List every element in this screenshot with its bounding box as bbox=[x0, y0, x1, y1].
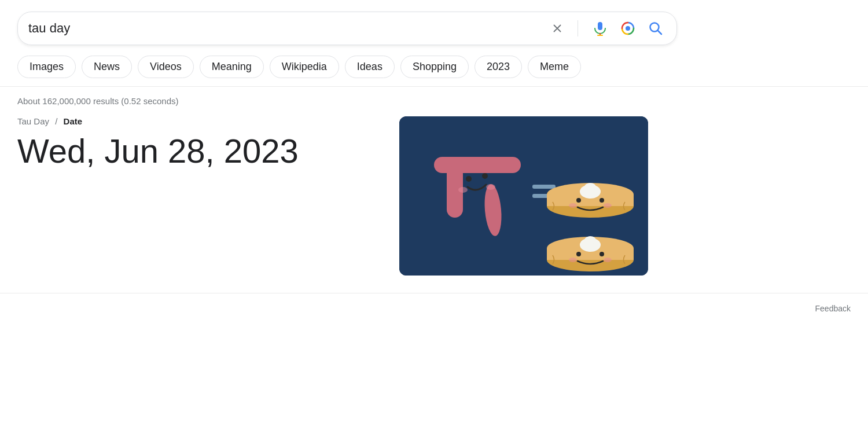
svg-point-32 bbox=[599, 252, 604, 256]
chip-videos[interactable]: Videos bbox=[138, 56, 194, 78]
breadcrumb: Tau Day / Date bbox=[17, 116, 376, 126]
svg-rect-15 bbox=[532, 185, 556, 189]
search-button[interactable] bbox=[645, 18, 666, 39]
svg-point-31 bbox=[576, 252, 581, 256]
voice-search-button[interactable] bbox=[590, 18, 610, 39]
svg-rect-8 bbox=[434, 157, 521, 173]
svg-point-30 bbox=[584, 236, 596, 244]
clear-button[interactable] bbox=[549, 20, 566, 37]
chip-news[interactable]: News bbox=[82, 56, 132, 78]
close-icon bbox=[551, 22, 564, 35]
chip-meaning[interactable]: Meaning bbox=[200, 56, 264, 78]
svg-point-11 bbox=[466, 176, 472, 182]
lens-search-button[interactable] bbox=[617, 18, 638, 39]
svg-point-14 bbox=[486, 184, 495, 190]
svg-point-25 bbox=[604, 203, 612, 208]
date-result-text: Tau Day / Date Wed, Jun 28, 2023 bbox=[17, 116, 376, 171]
breadcrumb-current: Date bbox=[64, 116, 83, 126]
chip-shopping[interactable]: Shopping bbox=[400, 56, 469, 78]
feedback-link[interactable]: Feedback bbox=[815, 304, 851, 313]
svg-point-12 bbox=[482, 173, 488, 179]
search-icon bbox=[648, 20, 664, 36]
feedback-row: Feedback bbox=[0, 293, 868, 313]
results-area: About 162,000,000 results (0.52 seconds)… bbox=[0, 87, 868, 276]
svg-point-23 bbox=[599, 198, 604, 203]
svg-point-33 bbox=[569, 258, 577, 262]
svg-point-22 bbox=[576, 198, 581, 203]
search-input[interactable]: tau day bbox=[28, 21, 542, 36]
svg-point-24 bbox=[569, 203, 577, 208]
breadcrumb-separator: / bbox=[55, 116, 57, 126]
date-value: Wed, Jun 28, 2023 bbox=[17, 132, 376, 171]
svg-line-6 bbox=[658, 31, 662, 35]
tau-day-illustration bbox=[399, 116, 648, 276]
search-divider bbox=[578, 20, 578, 36]
svg-rect-0 bbox=[598, 22, 602, 30]
chip-2023[interactable]: 2023 bbox=[475, 56, 522, 78]
search-bar: tau day bbox=[17, 12, 677, 45]
svg-point-4 bbox=[626, 26, 630, 31]
google-lens-icon bbox=[620, 20, 636, 36]
svg-point-13 bbox=[458, 187, 468, 193]
search-bar-container: tau day bbox=[0, 0, 868, 51]
chip-wikipedia[interactable]: Wikipedia bbox=[270, 56, 339, 78]
tau-day-image bbox=[399, 116, 648, 276]
svg-point-21 bbox=[584, 183, 596, 191]
chip-images[interactable]: Images bbox=[17, 56, 76, 78]
breadcrumb-parent[interactable]: Tau Day bbox=[17, 116, 49, 126]
chip-ideas[interactable]: Ideas bbox=[345, 56, 395, 78]
microphone-icon bbox=[592, 20, 608, 36]
svg-point-34 bbox=[604, 258, 612, 262]
results-count: About 162,000,000 results (0.52 seconds) bbox=[17, 96, 851, 106]
chip-meme[interactable]: Meme bbox=[528, 56, 581, 78]
chips-row: Images News Videos Meaning Wikipedia Ide… bbox=[0, 51, 868, 78]
date-result: Tau Day / Date Wed, Jun 28, 2023 bbox=[17, 116, 851, 276]
